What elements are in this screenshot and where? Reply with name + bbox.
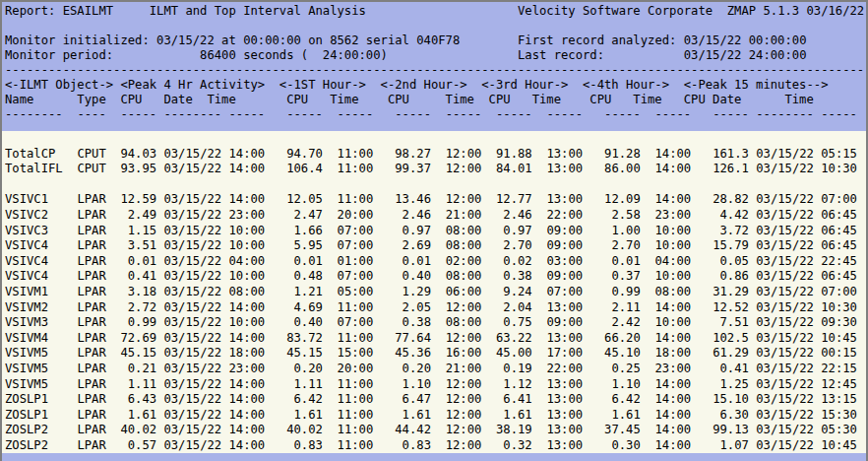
table-row: VSIVC3 LPAR 1.15 03/15/22 10:00 1.66 07:… bbox=[5, 224, 866, 239]
cell-hour1_cpu: 1.61 bbox=[265, 408, 323, 422]
cell-peak4hr_date: 03/15/22 bbox=[156, 377, 221, 391]
cell-peak15_date: 03/15/22 bbox=[749, 315, 814, 329]
cell-hour2_cpu: 1.61 bbox=[373, 408, 431, 422]
cell-name: VSIVM2 bbox=[5, 300, 77, 314]
cell-hour4_time: 14:00 bbox=[641, 408, 691, 422]
cell-hour3_cpu: 0.02 bbox=[481, 254, 531, 268]
cell-hour2_cpu: 2.46 bbox=[373, 208, 431, 222]
cell-hour4_cpu: 0.37 bbox=[583, 269, 641, 283]
cell-type: LPAR bbox=[77, 346, 105, 360]
terminal-report-screen[interactable]: Report: ESAILMT ILMT and Top Interval An… bbox=[0, 0, 868, 461]
cell-hour2_time: 12:00 bbox=[431, 331, 481, 345]
cell-peak15_cpu: 0.41 bbox=[691, 362, 749, 375]
cell-peak15_time: 06:45 bbox=[814, 224, 857, 237]
cell-hour3_cpu: 91.88 bbox=[481, 147, 531, 161]
cell-hour3_time: 13:00 bbox=[532, 423, 583, 436]
cell-peak15_date: 03/15/22 bbox=[749, 438, 814, 452]
cell-type: LPAR bbox=[77, 300, 105, 314]
dash-hour1_cpu: ----- bbox=[265, 107, 323, 121]
cell-hour3_time: 07:00 bbox=[532, 285, 583, 298]
cell-hour2_time: 08:00 bbox=[431, 224, 481, 237]
cell-hour4_time: 14:00 bbox=[641, 423, 691, 436]
cell-hour4_cpu: 6.42 bbox=[583, 392, 641, 406]
cell-hour1_time: 07:00 bbox=[323, 269, 373, 283]
cell-hour3_time: 13:00 bbox=[532, 392, 583, 406]
dash-hour4_cpu: ----- bbox=[583, 107, 641, 121]
cell-hour3_time: 13:00 bbox=[532, 331, 583, 345]
cell-hour4_cpu: 12.09 bbox=[583, 192, 641, 206]
cell-peak15_date: 03/15/22 bbox=[749, 423, 814, 436]
cell-peak4hr_time: 14:00 bbox=[221, 438, 265, 452]
cell-peak4hr_time: 23:00 bbox=[221, 208, 265, 222]
cell-peak15_time: 10:30 bbox=[814, 300, 857, 314]
cell-hour4_time: 23:00 bbox=[641, 362, 691, 375]
cell-hour1_cpu: 1.21 bbox=[265, 285, 323, 298]
cell-peak4hr_cpu: 1.15 bbox=[106, 224, 156, 237]
cell-hour3_cpu: 2.04 bbox=[481, 300, 531, 314]
cell-hour3_time: 13:00 bbox=[532, 147, 583, 161]
cell-peak15_date: 03/15/22 bbox=[749, 392, 814, 406]
separator-dashes: ----------------------------------------… bbox=[5, 63, 864, 77]
cell-peak15_time: 06:45 bbox=[814, 238, 857, 252]
cell-hour2_time: 12:00 bbox=[431, 162, 481, 175]
cell-hour1_time: 20:00 bbox=[323, 362, 373, 375]
cell-hour1_time: 07:00 bbox=[323, 238, 373, 252]
cell-hour4_cpu: 2.11 bbox=[583, 300, 641, 314]
cell-name: ZOSLP1 bbox=[5, 408, 77, 422]
cell-hour1_time: 05:00 bbox=[323, 285, 373, 298]
cell-peak4hr_date: 03/15/22 bbox=[156, 208, 221, 222]
cell-hour2_time: 12:00 bbox=[431, 192, 481, 206]
cell-type: LPAR bbox=[77, 254, 105, 268]
cell-hour4_time: 18:00 bbox=[641, 346, 691, 360]
cell-peak4hr_date: 03/15/22 bbox=[156, 346, 221, 360]
separator-line: ----------------------------------------… bbox=[5, 63, 866, 78]
table-row: VSIVM4 LPAR 72.69 03/15/22 14:00 83.72 1… bbox=[5, 331, 866, 347]
cell-peak4hr_cpu: 12.59 bbox=[106, 192, 156, 206]
report-header-block: Report: ESAILMT ILMT and Top Interval An… bbox=[2, 2, 866, 131]
cell-peak4hr_time: 18:00 bbox=[221, 346, 265, 360]
cell-hour3_time: 09:00 bbox=[532, 269, 583, 283]
cell-hour1_time: 11:00 bbox=[323, 377, 373, 391]
cell-hour2_cpu: 0.40 bbox=[373, 269, 431, 283]
cell-peak15_time: 05:30 bbox=[814, 423, 857, 436]
cell-peak4hr_date: 03/15/22 bbox=[156, 224, 221, 237]
cell-type: LPAR bbox=[77, 315, 105, 329]
cell-hour2_time: 02:00 bbox=[431, 254, 481, 268]
cell-hour3_cpu: 1.61 bbox=[481, 408, 531, 422]
cell-hour2_time: 08:00 bbox=[431, 269, 481, 283]
cell-hour4_time: 14:00 bbox=[641, 162, 691, 175]
cell-hour1_cpu: 0.83 bbox=[265, 438, 323, 452]
table-row: VSIVC4 LPAR 3.51 03/15/22 10:00 5.95 07:… bbox=[5, 238, 866, 254]
cell-peak4hr_time: 14:00 bbox=[221, 377, 265, 391]
report-table-body: TotalCP CPUT 94.03 03/15/22 14:00 94.70 … bbox=[2, 131, 866, 453]
table-row: VSIVC2 LPAR 2.49 03/15/22 23:00 2.47 20:… bbox=[5, 208, 866, 224]
cell-peak4hr_cpu: 0.57 bbox=[106, 438, 156, 452]
cell-peak15_date: 03/15/22 bbox=[749, 285, 814, 298]
report-title-line: Report: ESAILMT ILMT and Top Interval An… bbox=[5, 4, 866, 19]
cell-peak4hr_date: 03/15/22 bbox=[156, 254, 221, 268]
table-row: VSIVM2 LPAR 2.72 03/15/22 14:00 4.69 11:… bbox=[5, 300, 866, 316]
report-label: Report: ESAILMT bbox=[5, 4, 150, 18]
cell-hour3_time: 13:00 bbox=[532, 300, 583, 314]
cell-type: LPAR bbox=[77, 269, 105, 283]
cell-name: VSIVM5 bbox=[5, 346, 77, 360]
cell-peak15_time: 10:45 bbox=[814, 331, 857, 345]
cell-peak15_date: 03/15/22 bbox=[749, 224, 814, 237]
table-row: ZOSLP2 LPAR 0.57 03/15/22 14:00 0.83 11:… bbox=[5, 438, 866, 454]
cell-peak15_cpu: 31.29 bbox=[691, 285, 749, 298]
cell-peak15_cpu: 126.1 bbox=[691, 162, 749, 175]
cell-peak4hr_cpu: 45.15 bbox=[106, 346, 156, 360]
cell-hour3_time: 13:00 bbox=[532, 408, 583, 422]
cell-peak4hr_date: 03/15/22 bbox=[156, 269, 221, 283]
cell-hour2_cpu: 1.10 bbox=[373, 377, 431, 391]
dash-peak15_date: -------- bbox=[749, 107, 814, 121]
cell-peak15_cpu: 4.42 bbox=[691, 208, 749, 222]
cell-hour4_cpu: 91.28 bbox=[583, 147, 641, 161]
dash-hour2_cpu: ----- bbox=[373, 107, 431, 121]
dash-peak15_cpu: ----- bbox=[691, 107, 749, 121]
table-row: VSIVM3 LPAR 0.99 03/15/22 10:00 0.40 07:… bbox=[5, 315, 866, 331]
cell-hour2_time: 12:00 bbox=[431, 300, 481, 314]
table-column-header: Name Type CPU Date Time CPU Time CPU Tim… bbox=[5, 93, 866, 107]
cell-hour1_cpu: 5.95 bbox=[265, 238, 323, 252]
dash-hour2_time: ----- bbox=[431, 107, 481, 121]
